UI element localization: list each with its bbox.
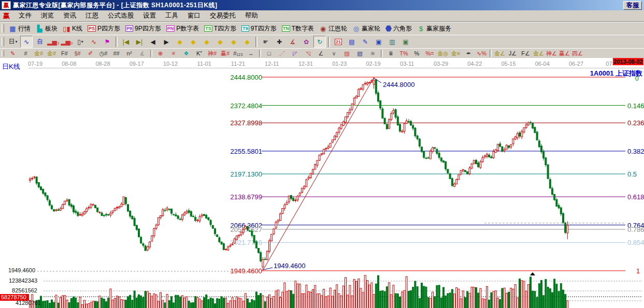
candle-style-button[interactable]: ▯▾ [74, 36, 87, 48]
compress-horizontal-diamond-button[interactable]: ◆ [214, 36, 226, 48]
ray-fan-button[interactable]: ⋰ [276, 49, 288, 58]
p-number-table-button[interactable]: PNP数字表 [164, 24, 202, 34]
send-button[interactable]: ▣ [399, 36, 412, 48]
prev-bar-button[interactable]: ◀ [147, 36, 159, 48]
percent-button[interactable]: % [411, 49, 423, 58]
cycle-tool-button[interactable]: ↻ [313, 36, 326, 48]
menu-3[interactable]: 江恩 [81, 10, 103, 21]
period-day-button[interactable]: 日▾ [7, 36, 19, 48]
gold-grid-2-button[interactable]: 金# [46, 49, 58, 58]
calculator-button[interactable]: ▤ [346, 36, 358, 48]
gann-grid-button[interactable]: # [20, 49, 32, 58]
menu-9[interactable]: 帮助 [240, 10, 263, 21]
j-angle-button[interactable]: J∠ [507, 49, 519, 58]
pen-2-button[interactable]: ✐ [84, 49, 96, 58]
menu-5[interactable]: 设置 [138, 10, 161, 21]
k-quote-button[interactable]: K" [193, 49, 205, 58]
bars-3-button[interactable]: ▂▅₃ [47, 36, 60, 48]
menu-2[interactable]: 资讯 [59, 10, 81, 21]
chart-type-zigzag-button[interactable]: ∿ [20, 36, 33, 48]
p-square-button[interactable]: PSP四方形 [85, 24, 123, 34]
arrow-grid-button[interactable]: ▧ [354, 49, 366, 58]
count-ruler-button[interactable]: ⅲ [385, 49, 397, 58]
number-grid-button[interactable]: #₁₂₃ [232, 49, 244, 58]
first-page-button[interactable]: |◀ [120, 36, 132, 48]
gold-circle-button[interactable]: 金◎ [437, 49, 449, 58]
four-angle-button[interactable]: 四∠ [571, 49, 583, 58]
angle-lines-button[interactable]: ∠ [315, 49, 327, 58]
menu-1[interactable]: 浏览 [36, 10, 59, 21]
parallel-lines-button[interactable]: ≋ [367, 49, 379, 58]
shift-left-diamond-button[interactable]: ◆ [174, 36, 186, 48]
ink-pen-button[interactable]: ✒ [463, 49, 475, 58]
red-grid-button[interactable]: ▨ [341, 49, 353, 58]
menu-8[interactable]: 交易委托 [205, 10, 240, 21]
width-adjust-button[interactable]: ↔ [245, 49, 257, 58]
gann-flower-button[interactable]: ✿ [300, 36, 312, 48]
menu-0[interactable]: 文件 [14, 10, 36, 21]
coil-grid-button[interactable]: §# [71, 49, 83, 58]
toolbar-grip[interactable] [2, 24, 4, 33]
win-grid-button[interactable]: 赢# [219, 49, 231, 58]
menu-6[interactable]: 工具 [161, 10, 183, 21]
quotes-button[interactable]: ▦行情 [6, 24, 33, 34]
bars-9-button[interactable]: ▂▅₉ [61, 36, 73, 48]
percent-line-button[interactable]: %= [424, 49, 436, 58]
color-flag-button[interactable]: ⚑ [101, 36, 113, 48]
gann-wheel-button[interactable]: ◉江恩轮 [317, 24, 350, 34]
shen-grid-button[interactable]: 神# [206, 49, 218, 58]
menu-7[interactable]: 窗口 [183, 10, 205, 21]
compass-button[interactable]: ∡ [136, 49, 148, 58]
pan-hand-button[interactable]: ☛ [260, 36, 272, 48]
expand-all-diamond-button[interactable]: ◆ [241, 36, 253, 48]
customer-service-button[interactable]: 客服 [623, 1, 642, 10]
sectors-button[interactable]: ▙板块 [33, 24, 60, 34]
t-square-button[interactable]: TST四方形 [202, 24, 239, 34]
gold-lines-button[interactable]: 金≡ [450, 49, 462, 58]
kline-chart-canvas[interactable] [0, 58, 644, 308]
screenshot-button[interactable]: ▥ [386, 36, 398, 48]
crosshair-button[interactable]: ✚ [273, 36, 285, 48]
compress-all-diamond-button[interactable]: ◆ [227, 36, 240, 48]
f-angle-button[interactable]: F∠ [520, 49, 532, 58]
t-percent-button[interactable]: T% [398, 49, 410, 58]
kline-button[interactable]: ▯▮K线 [60, 24, 85, 34]
winner-wheel-button[interactable]: ◎赢家轮 [350, 24, 383, 34]
winner-service-button[interactable]: $赢家服务 [414, 24, 454, 34]
select-box-button[interactable]: □ [263, 49, 275, 58]
pen-button[interactable]: ✎ [7, 49, 19, 58]
chart-area[interactable]: 2444.80002372.48040.1462327.89980.236225… [0, 58, 644, 308]
expand-horizontal-diamond-button[interactable]: ◆ [201, 36, 213, 48]
angle-measure-button[interactable]: ∡ [287, 36, 299, 48]
t-number-table-button[interactable]: TNT数字表 [279, 24, 317, 34]
dense-grid-button[interactable]: ## [110, 49, 122, 58]
toolbar-grip[interactable] [2, 50, 4, 57]
fan-box-1-button[interactable]: ◸ [289, 49, 301, 58]
gold-angle-2-button[interactable]: 金∠ [533, 49, 545, 58]
spider-web-button[interactable]: ❖ [180, 49, 192, 58]
n2-grid-button[interactable]: n² [123, 49, 135, 58]
save-button[interactable]: ▣ [373, 36, 385, 48]
zigzag-red-button[interactable]: ∿ [88, 36, 100, 48]
calendar-button[interactable]: 21 [332, 36, 345, 48]
check-lines-button[interactable]: ∨ [328, 49, 340, 58]
wave-percent-button[interactable]: ∿% [476, 49, 488, 58]
clock-grid-button[interactable]: ◷# [97, 49, 109, 58]
f-grid-button[interactable]: F# [59, 49, 70, 58]
9t-square-button[interactable]: T99T四方形 [239, 24, 279, 34]
fan-box-2-button[interactable]: ◹ [302, 49, 314, 58]
win-angle-button[interactable]: 赢∠ [559, 49, 570, 58]
toolbar-grip[interactable] [2, 37, 4, 47]
ray-star-button[interactable]: ✳ [167, 49, 179, 58]
gold-grid-1-button[interactable]: 金# [33, 49, 45, 58]
shift-right-diamond-button[interactable]: ◆ [187, 36, 199, 48]
last-page-button[interactable]: ▶| [133, 36, 146, 48]
hexagon-button[interactable]: 六角形 [383, 24, 414, 34]
chart-outline-button[interactable]: 自 [34, 36, 46, 48]
9p-square-button[interactable]: P99P四方形 [123, 24, 164, 34]
shen-angle-button[interactable]: 神∠ [546, 49, 557, 58]
menu-4[interactable]: 公式选股 [103, 10, 138, 21]
target-circle-button[interactable]: ⊕ [154, 49, 166, 58]
gold-angle-1-button[interactable]: 金∠ [494, 49, 506, 58]
notes-button[interactable]: ✎ [359, 36, 371, 48]
